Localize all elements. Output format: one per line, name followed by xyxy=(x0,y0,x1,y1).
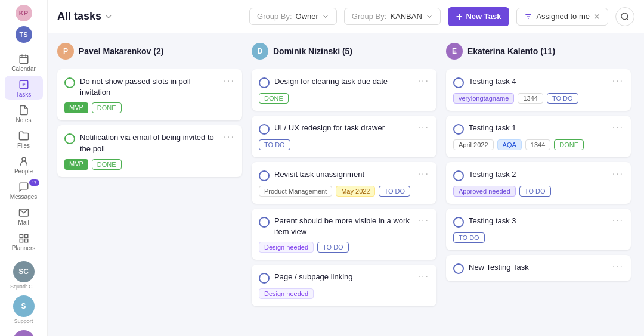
task-card[interactable]: New Testing Task ··· xyxy=(446,255,631,281)
sidebar-item-messages[interactable]: 47 Messages xyxy=(5,178,43,203)
task-title: Page / subpage linking xyxy=(274,272,413,282)
task-title: Testing task 1 xyxy=(469,123,608,133)
messages-badge: 47 xyxy=(29,179,39,186)
group-avatar-squad[interactable]: SC xyxy=(13,261,35,282)
task-status-circle xyxy=(259,124,270,135)
task-card[interactable]: Testing task 2 ··· Approved neededTO DO xyxy=(446,162,631,204)
chevron-down-icon xyxy=(104,12,113,21)
sidebar-planners-label: Planners xyxy=(12,245,35,251)
task-more-button[interactable]: ··· xyxy=(418,216,429,225)
task-card[interactable]: Page / subpage linking ··· Design needed xyxy=(252,265,436,306)
task-status-circle xyxy=(259,170,270,181)
assigned-label: Assigned to me xyxy=(536,12,590,21)
task-card[interactable]: Do not show passed slots in poll invitat… xyxy=(57,69,242,120)
group-by-owner-button[interactable]: Group By: Owner xyxy=(249,8,337,25)
task-tag: 1344 xyxy=(525,139,550,150)
sidebar-item-calendar[interactable]: Calendar xyxy=(5,50,43,74)
group-avatar-support[interactable]: S xyxy=(13,295,35,317)
task-tags: April 2022AQA1344DONE xyxy=(453,139,624,150)
task-tags: Product ManagementMay 2022TO DO xyxy=(259,186,429,197)
task-more-button[interactable]: ··· xyxy=(612,262,624,272)
search-button[interactable] xyxy=(615,7,634,26)
svg-rect-10 xyxy=(20,234,23,237)
assigned-to-me-button[interactable]: Assigned to me ✕ xyxy=(516,8,608,26)
group-by-kanban-button[interactable]: Group By: KANBAN xyxy=(344,8,441,25)
task-more-button[interactable]: ··· xyxy=(612,169,624,179)
group-by-kanban-label: Group By: xyxy=(352,12,387,21)
group-label-support: Support xyxy=(14,318,33,324)
task-more-button[interactable]: ··· xyxy=(612,216,624,225)
task-tag: TO DO xyxy=(379,186,410,197)
sidebar-item-tasks[interactable]: Tasks xyxy=(5,76,43,100)
task-status-circle xyxy=(453,217,464,228)
new-task-label: New Task xyxy=(466,12,501,21)
task-card[interactable]: Testing task 1 ··· April 2022AQA1344DONE xyxy=(446,116,631,157)
task-status-circle xyxy=(64,77,75,88)
task-tag: Design needed xyxy=(259,242,314,253)
task-tags: TO DO xyxy=(259,139,429,150)
column-header-pavel: P Pavel Makarenkov (2) xyxy=(57,41,242,64)
svg-rect-0 xyxy=(20,55,28,64)
task-more-button[interactable]: ··· xyxy=(612,76,624,86)
avatar-kp[interactable]: KP xyxy=(16,5,32,21)
task-tags: verylongtagname1344TO DO xyxy=(453,93,624,104)
task-status-circle xyxy=(259,273,270,284)
task-more-button[interactable]: ··· xyxy=(418,123,429,132)
sidebar-calendar-label: Calendar xyxy=(11,66,36,72)
sidebar-messages-label: Messages xyxy=(10,194,38,200)
task-title: New Testing Task xyxy=(469,262,608,273)
svg-rect-11 xyxy=(24,234,27,237)
task-more-button[interactable]: ··· xyxy=(418,76,429,86)
task-more-button[interactable]: ··· xyxy=(224,132,235,142)
column-ekaterina: E Ekaterina Kalento (11) Testing task 4 … xyxy=(446,41,631,281)
task-card[interactable]: Testing task 4 ··· verylongtagname1344TO… xyxy=(446,69,631,111)
task-tag: MVP xyxy=(64,102,88,113)
task-tag: 1344 xyxy=(518,93,543,104)
task-tag: TO DO xyxy=(453,232,485,243)
sidebar-item-planners[interactable]: Planners xyxy=(5,229,43,254)
sidebar-item-mail[interactable]: Mail xyxy=(5,204,43,228)
sidebar-notes-label: Notes xyxy=(16,117,31,123)
task-card[interactable]: UI / UX redesign for task drawer ··· TO … xyxy=(252,116,436,157)
group-avatar-ux[interactable]: U xyxy=(13,330,35,336)
task-more-button[interactable]: ··· xyxy=(612,123,624,132)
new-task-button[interactable]: + New Task xyxy=(448,7,510,26)
task-tag: DONE xyxy=(259,93,289,104)
task-more-button[interactable]: ··· xyxy=(418,272,429,281)
group-by-kanban-value: KANBAN xyxy=(390,12,422,21)
task-title: UI / UX redesign for task drawer xyxy=(274,123,413,133)
task-card[interactable]: Design for clearing task due date ··· DO… xyxy=(252,69,436,111)
task-title: Testing task 2 xyxy=(469,169,608,180)
task-card[interactable]: Parent should be more visible in a work … xyxy=(252,209,436,260)
task-tag: MVP xyxy=(64,159,88,170)
task-title: Testing task 3 xyxy=(469,216,608,226)
svg-rect-13 xyxy=(24,239,27,242)
col-avatar-dominik: D xyxy=(252,43,268,60)
task-more-button[interactable]: ··· xyxy=(224,76,235,86)
task-tag: TO DO xyxy=(547,93,578,104)
task-title: Parent should be more visible in a work … xyxy=(274,216,413,237)
task-tag: Product Management xyxy=(259,186,332,197)
task-card[interactable]: Revisit task unassignment ··· Product Ma… xyxy=(252,162,436,204)
task-card[interactable]: Testing task 3 ··· TO DO xyxy=(446,209,631,250)
task-card[interactable]: Notification via email of being invited … xyxy=(57,125,242,176)
task-status-circle xyxy=(453,170,464,181)
filter-icon xyxy=(524,13,532,21)
task-tags: MVPDONE xyxy=(64,159,235,170)
search-icon xyxy=(620,12,630,21)
avatar-ts[interactable]: TS xyxy=(16,26,32,43)
task-status-circle xyxy=(453,263,464,274)
svg-point-20 xyxy=(621,13,628,20)
sidebar-item-people[interactable]: People xyxy=(5,153,43,177)
task-status-circle xyxy=(259,217,270,228)
assigned-close-icon[interactable]: ✕ xyxy=(593,12,600,21)
chevron-down-icon xyxy=(322,13,329,20)
task-more-button[interactable]: ··· xyxy=(418,169,429,179)
sidebar-item-files[interactable]: Files xyxy=(5,127,43,151)
col-title-pavel: Pavel Makarenkov (2) xyxy=(79,46,163,56)
task-tag: TO DO xyxy=(519,186,551,197)
sidebar-item-notes[interactable]: Notes xyxy=(5,101,43,126)
sidebar: KP TS Calendar Tasks Notes Files xyxy=(0,0,48,336)
task-tag: DONE xyxy=(554,139,584,150)
task-status-circle xyxy=(259,77,270,88)
